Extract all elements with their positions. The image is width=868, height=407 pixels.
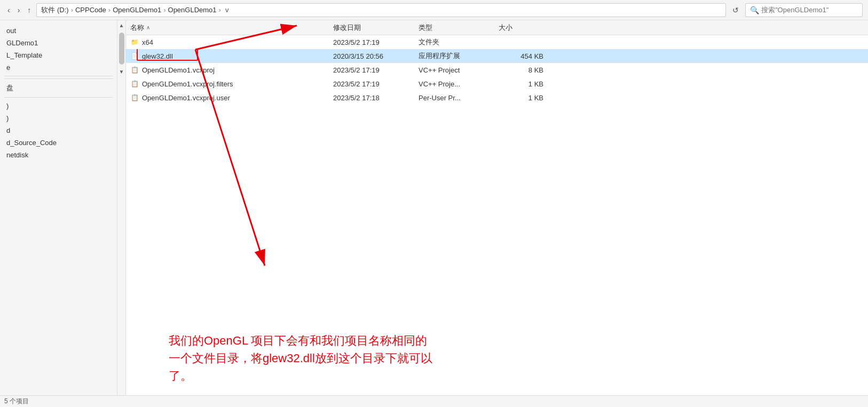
scroll-up-arrow[interactable]: ▲ — [119, 20, 124, 30]
search-box: 🔍 — [745, 3, 863, 17]
scroll-thumb[interactable] — [119, 33, 124, 65]
file-row-x64[interactable]: 📁 x64 2023/5/2 17:19 文件夹 — [126, 35, 868, 49]
breadcrumb-opengl1[interactable]: OpenGLDemo1 — [113, 6, 161, 14]
forward-button[interactable]: › — [15, 5, 22, 15]
sidebar-scrollbar: ▲ ▼ — [117, 20, 126, 395]
sep4: › — [219, 6, 221, 14]
file-name-vcxproj: 📋 OpenGLDemo1.vcxproj — [126, 63, 329, 77]
sidebar-item-netdisk[interactable]: netdisk — [0, 149, 117, 161]
search-input[interactable] — [761, 6, 858, 14]
breadcrumb-drive[interactable]: 软件 (D:) — [41, 5, 68, 15]
vcxproj-icon: 📋 — [130, 66, 139, 74]
col-header-type[interactable]: 类型 — [414, 21, 494, 35]
file-size-vcxproj: 8 KB — [494, 63, 548, 77]
scroll-down-arrow[interactable]: ▼ — [119, 67, 124, 77]
sidebar: out GLDemo1 L_Template e 盘 ) ) d d_Sourc… — [0, 20, 117, 395]
file-date-user: 2023/5/2 17:18 — [329, 91, 414, 105]
sidebar-item-e[interactable]: e — [0, 61, 117, 74]
file-size-glew32: 454 KB — [494, 49, 548, 63]
file-date-x64: 2023/5/2 17:19 — [329, 35, 414, 49]
breadcrumb-path[interactable]: 软件 (D:) › CPPCode › OpenGLDemo1 › OpenGL… — [36, 3, 726, 17]
sidebar-item-demo1[interactable]: GLDemo1 — [0, 37, 117, 49]
sidebar-divider3 — [4, 97, 113, 98]
refresh-button[interactable]: ↺ — [729, 5, 742, 15]
sidebar-divider1 — [4, 76, 113, 76]
file-date-filters: 2023/5/2 17:19 — [329, 77, 414, 91]
filters-icon: 📋 — [130, 79, 139, 88]
status-text: 5 个项目 — [4, 397, 29, 406]
search-icon: 🔍 — [750, 6, 759, 14]
up-button[interactable]: ↑ — [25, 5, 33, 15]
annotation-text: 我们的OpenGL 项目下会有和我们项目名称相同的 一个文件目录，将glew32… — [169, 332, 432, 385]
sep1: › — [71, 6, 73, 14]
file-name-x64: 📁 x64 — [126, 35, 329, 49]
user-icon: 📋 — [130, 93, 139, 102]
file-type-glew32: 应用程序扩展 — [414, 49, 494, 63]
file-size-user: 1 KB — [494, 91, 548, 105]
address-bar: ‹ › ↑ 软件 (D:) › CPPCode › OpenGLDemo1 › … — [0, 0, 868, 20]
main-area: out GLDemo1 L_Template e 盘 ) ) d d_Sourc… — [0, 20, 868, 395]
sidebar-divider2 — [4, 78, 113, 79]
col-header-name[interactable]: 名称 ∧ — [126, 21, 329, 35]
file-type-user: Per-User Pr... — [414, 91, 494, 105]
sidebar-item-disk[interactable]: 盘 — [0, 81, 117, 95]
file-row-user[interactable]: 📋 OpenGLDemo1.vcxproj.user 2023/5/2 17:1… — [126, 91, 868, 105]
breadcrumb-opengl2[interactable]: OpenGLDemo1 — [168, 6, 217, 14]
breadcrumb-cpp[interactable]: CPPCode — [75, 6, 106, 14]
sidebar-item-d[interactable]: d — [0, 124, 117, 137]
col-header-size[interactable]: 大小 — [494, 21, 548, 35]
file-date-vcxproj: 2023/5/2 17:19 — [329, 63, 414, 77]
file-row-vcxproj[interactable]: 📋 OpenGLDemo1.vcxproj 2023/5/2 17:19 VC+… — [126, 63, 868, 77]
sidebar-item-out[interactable]: out — [0, 25, 117, 37]
file-name-filters: 📋 OpenGLDemo1.vcxproj.filters — [126, 77, 329, 91]
sep3: › — [163, 6, 165, 14]
column-headers: 名称 ∧ 修改日期 类型 大小 — [126, 20, 868, 35]
file-row-filters[interactable]: 📋 OpenGLDemo1.vcxproj.filters 2023/5/2 1… — [126, 77, 868, 91]
status-bar: 5 个项目 — [0, 395, 868, 407]
sort-arrow-name: ∧ — [146, 25, 150, 30]
sep2: › — [108, 6, 111, 14]
sidebar-item-template[interactable]: L_Template — [0, 49, 117, 61]
file-size-x64 — [494, 35, 548, 49]
file-type-vcxproj: VC++ Project — [414, 63, 494, 77]
file-row-glew32[interactable]: 📄 glew32.dll 2020/3/15 20:56 应用程序扩展 454 … — [126, 49, 868, 63]
col-header-date[interactable]: 修改日期 — [329, 21, 414, 35]
file-type-x64: 文件夹 — [414, 35, 494, 49]
file-size-filters: 1 KB — [494, 77, 548, 91]
folder-icon: 📁 — [130, 38, 139, 46]
dll-icon: 📄 — [130, 52, 139, 60]
file-name-glew32: 📄 glew32.dll — [126, 49, 329, 63]
file-area: 名称 ∧ 修改日期 类型 大小 📁 x64 2023/5/2 17:19 — [126, 20, 868, 395]
file-name-user: 📋 OpenGLDemo1.vcxproj.user — [126, 91, 329, 105]
back-button[interactable]: ‹ — [5, 5, 12, 15]
sidebar-item-source[interactable]: d_Source_Code — [0, 137, 117, 149]
breadcrumb-dropdown[interactable]: v — [225, 6, 229, 14]
sidebar-item-p1[interactable]: ) — [0, 100, 117, 112]
sidebar-item-p2[interactable]: ) — [0, 112, 117, 124]
file-type-filters: VC++ Proje... — [414, 77, 494, 91]
file-date-glew32: 2020/3/15 20:56 — [329, 49, 414, 63]
